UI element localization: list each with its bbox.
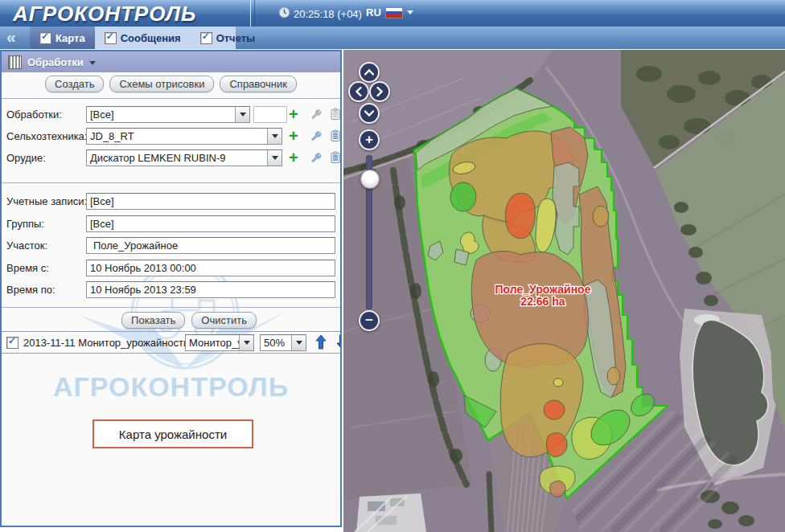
row-groups: Группы: [2,215,340,232]
clipboard-icon[interactable] [329,129,342,142]
tab-messages[interactable]: Сообщения [95,27,191,49]
pan-right-button[interactable] [369,81,390,102]
language-selector[interactable]: RU [366,6,413,18]
dropdown-arrow-icon[interactable] [267,150,282,166]
layer-checkbox[interactable] [6,337,18,349]
groups-input[interactable] [86,215,335,232]
drawing-schemes-button[interactable]: Схемы отрисовки [109,76,214,92]
show-button[interactable]: Показать [121,312,185,329]
accounts-label: Учетные записи: [6,195,87,207]
accounts-input[interactable] [86,193,335,210]
wrench-icon[interactable] [310,108,323,121]
tab-strip: Карта Сообщения Отчеты [30,27,236,49]
reference-button[interactable]: Справочник [220,76,297,92]
agrocontrol-app: АГРОКОНТРОЛЬ 20:25:18 (+04) RU « Карта С… [0,0,785,532]
implement-select[interactable]: Дискатор LEMKEN RUBIN-9 [86,149,282,166]
panel-title: Обработки [27,56,84,68]
treatments-select-value: [Все] [87,108,235,121]
wrench-icon[interactable] [310,151,323,164]
tab-map[interactable]: Карта [30,27,95,49]
add-implement-icon[interactable]: + [289,149,298,166]
satellite-map: Поле_Урожайное 22.66 ha [343,50,785,532]
move-layer-down-icon[interactable] [336,334,342,352]
move-layer-up-icon[interactable] [315,334,327,352]
tab-messages-checkbox[interactable] [105,32,117,44]
row-time-from: Время с: [2,260,340,276]
time-from-label: Время с: [6,262,49,274]
treatments-label: Обработки: [6,108,62,121]
yield-map-legend-label: Карта урожайности [92,419,253,448]
field-name-text: Поле_Урожайное [495,283,591,296]
zoom-in-button[interactable]: + [359,129,380,150]
field-area-text: 22.66 ha [520,295,565,308]
layer-row: 2013-11-11 Монитор_урожайности Монитор_у… [2,331,340,354]
dropdown-arrow-icon[interactable] [239,335,253,350]
plot-label: Участок: [6,239,47,252]
wrench-icon[interactable] [310,129,323,142]
tab-bar: « Карта Сообщения Отчеты [0,27,785,50]
watermark-text: АГРОКОНТРОЛЬ [2,371,340,403]
clipboard-icon[interactable] [329,108,342,121]
tab-reports[interactable]: Отчеты [191,27,265,49]
treatments-icon [8,55,22,69]
pan-down-button[interactable] [359,103,380,124]
machinery-label: Сельхозтехника: [6,130,87,142]
collapse-sidebar-button[interactable]: « [6,27,16,47]
time-to-input[interactable] [86,281,335,298]
layer-opacity-select[interactable]: 50% [260,334,306,351]
language-code: RU [366,6,381,18]
separator [2,307,340,308]
row-time-to: Время по: [2,281,340,298]
tab-reports-checkbox[interactable] [200,32,212,44]
tab-map-label: Карта [55,32,85,44]
dropdown-arrow-icon[interactable] [235,107,249,122]
machinery-select[interactable]: JD_8_RT [86,128,282,145]
clear-button[interactable]: Очистить [191,312,257,329]
plot-input[interactable] [86,237,335,254]
pan-left-button[interactable] [348,81,369,102]
implement-label: Орудие: [6,152,46,164]
time-from-input[interactable] [86,260,335,276]
chevron-down-icon [89,61,96,65]
implement-select-value: Дискатор LEMKEN RUBIN-9 [87,152,267,164]
clock-display: 20:25:18 (+04) [278,6,362,21]
clipboard-icon[interactable] [329,151,342,164]
treatments-panel: АГРОКОНТРОЛЬ Обработки Создать Схемы отр… [0,50,342,527]
tab-map-checkbox[interactable] [39,32,51,44]
layer-type-value: Монитор_урожайности [186,337,239,349]
header-divider [250,0,251,27]
separator [2,98,340,99]
app-logo: АГРОКОНТРОЛЬ [13,2,196,27]
create-button[interactable]: Создать [45,76,104,92]
app-header: АГРОКОНТРОЛЬ 20:25:18 (+04) RU [0,0,785,27]
chevron-down-icon [407,10,413,14]
current-time: 20:25:18 (+04) [294,8,362,20]
row-treatments: Обработки: [Все] + [2,106,340,123]
actions-row: Показать Очистить [2,312,340,329]
add-treatment-icon[interactable]: + [289,105,298,123]
zoom-out-button[interactable]: − [359,310,380,331]
farm-buildings [355,493,426,532]
tab-messages-label: Сообщения [121,32,181,44]
machinery-select-value: JD_8_RT [87,130,267,142]
header-divider [254,0,255,27]
layer-label: 2013-11-11 Монитор_урожайности [23,337,189,349]
row-accounts: Учетные записи: [2,193,340,210]
dropdown-arrow-icon[interactable] [291,335,306,350]
pan-up-button[interactable] [359,62,380,83]
russian-flag-icon [385,7,403,18]
layer-type-select[interactable]: Монитор_урожайности [185,334,254,351]
add-machinery-icon[interactable]: + [289,127,298,145]
treatments-select[interactable]: [Все] [86,106,250,123]
panel-header[interactable]: Обработки [2,51,340,72]
panel-toolbar: Создать Схемы отрисовки Справочник [2,76,340,92]
time-to-label: Время по: [6,284,55,296]
tab-reports-label: Отчеты [216,32,256,44]
zoom-slider-handle[interactable] [360,170,380,189]
dropdown-arrow-icon[interactable] [267,129,282,144]
map-viewport[interactable]: Поле_Урожайное 22.66 ha + − [343,50,785,532]
row-plot: Участок: [2,237,340,254]
separator [2,182,340,183]
clock-icon [278,6,290,21]
treatments-extra-box[interactable] [253,106,287,123]
